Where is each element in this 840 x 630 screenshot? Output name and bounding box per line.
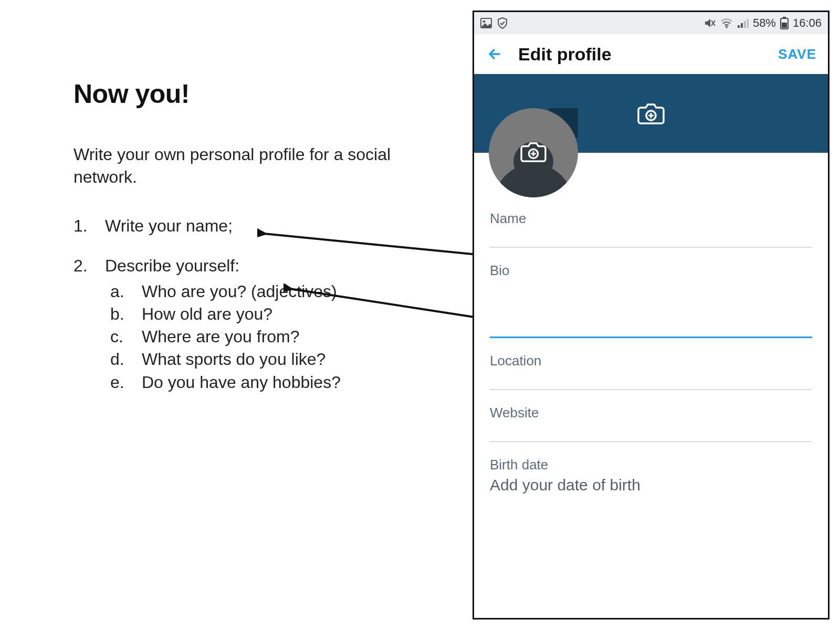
avatar-area[interactable] — [489, 108, 578, 197]
step-1-text: Write your name; — [105, 216, 233, 235]
field-bio[interactable]: Bio — [490, 262, 812, 338]
cover-photo-area[interactable] — [474, 74, 828, 153]
avatar-placeholder-icon — [489, 108, 578, 197]
svg-rect-10 — [747, 19, 749, 28]
heading-now-you: Now you! — [74, 79, 430, 109]
status-bar: 58% 16:06 — [474, 12, 828, 34]
battery-icon — [780, 17, 789, 29]
phone-mockup: 58% 16:06 Edit profile SAVE — [472, 10, 830, 620]
step-2b: How old are you? — [105, 303, 430, 326]
field-website[interactable]: Website — [490, 405, 812, 442]
cell-signal-icon — [737, 18, 749, 28]
appbar-title: Edit profile — [518, 44, 612, 65]
app-bar: Edit profile SAVE — [474, 34, 828, 74]
label-birth-date: Birth date — [490, 457, 812, 473]
svg-rect-8 — [741, 23, 743, 28]
back-arrow-icon[interactable] — [486, 45, 503, 63]
step-2a: Who are you? (adjectives) — [105, 280, 430, 303]
step-2: Describe yourself: Who are you? (adjecti… — [74, 255, 430, 394]
save-button[interactable]: SAVE — [778, 46, 816, 62]
label-location: Location — [490, 353, 812, 369]
label-name: Name — [490, 211, 812, 227]
camera-add-avatar-icon[interactable] — [520, 140, 547, 165]
wifi-icon — [720, 18, 733, 28]
intro-text: Write your own personal profile for a so… — [74, 143, 430, 188]
step-2-text: Describe yourself: — [105, 256, 239, 275]
step-2c: Where are you from? — [105, 326, 430, 348]
step-1: Write your name; — [74, 215, 430, 237]
field-name[interactable]: Name — [490, 211, 812, 248]
step-2e: Do you have any hobbies? — [105, 371, 430, 394]
field-location[interactable]: Location — [490, 353, 812, 390]
svg-rect-7 — [738, 25, 740, 28]
clock-time: 16:06 — [793, 16, 822, 30]
camera-add-cover-icon[interactable] — [637, 100, 665, 127]
step-2d: What sports do you like? — [105, 348, 430, 371]
picture-icon — [480, 18, 492, 28]
field-birth-date[interactable]: Birth date Add your date of birth — [490, 457, 812, 494]
label-bio: Bio — [490, 262, 812, 279]
svg-rect-9 — [744, 21, 746, 28]
shield-check-icon — [497, 17, 508, 29]
label-website: Website — [490, 405, 812, 421]
battery-percent: 58% — [753, 16, 776, 30]
svg-point-3 — [483, 20, 486, 23]
svg-point-6 — [726, 26, 728, 28]
birth-date-placeholder[interactable]: Add your date of birth — [490, 476, 812, 494]
volume-mute-icon — [704, 17, 716, 29]
svg-rect-13 — [782, 23, 787, 28]
